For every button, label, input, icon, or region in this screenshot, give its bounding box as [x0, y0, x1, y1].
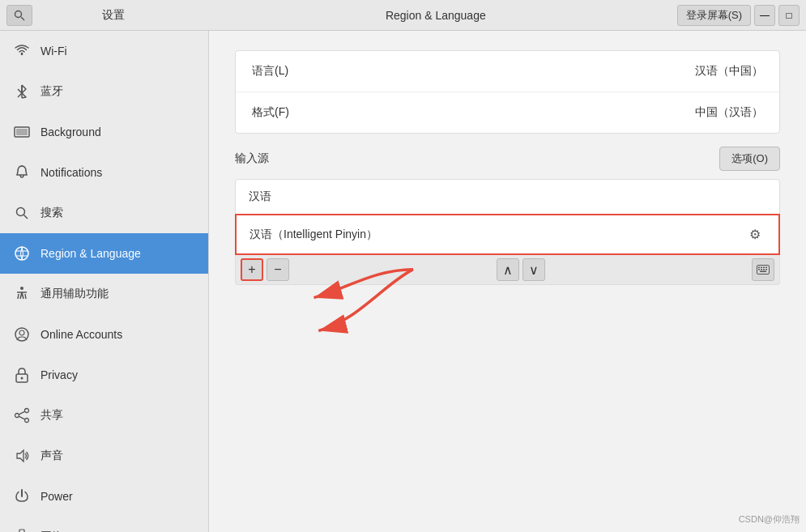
restore-icon: □ — [786, 10, 791, 21]
language-label: 语言(L) — [252, 64, 288, 79]
sidebar-item-bluetooth[interactable]: 蓝牙 — [0, 71, 208, 112]
svg-point-17 — [25, 419, 29, 423]
pinyin-settings-button[interactable]: ⚙ — [744, 225, 765, 244]
svg-point-10 — [20, 287, 23, 290]
sidebar-item-region-language[interactable]: Region & Language — [0, 233, 208, 274]
svg-point-15 — [25, 409, 29, 413]
format-label: 格式(F) — [252, 105, 289, 120]
window-controls: 登录屏幕(S) — □ — [677, 5, 800, 26]
power-icon — [13, 487, 31, 505]
input-sources-toolbar: + − ∧ ∨ — [235, 255, 780, 285]
move-down-button[interactable]: ∨ — [522, 258, 545, 281]
keyboard-button[interactable] — [752, 258, 774, 281]
sidebar-item-background-label: Background — [41, 126, 101, 138]
sidebar-item-sharing[interactable]: 共享 — [0, 395, 208, 436]
svg-rect-30 — [763, 267, 765, 269]
svg-point-14 — [21, 377, 23, 380]
sidebar-item-power-label: Power — [41, 490, 73, 503]
move-up-button[interactable]: ∧ — [497, 258, 519, 281]
svg-rect-28 — [758, 267, 760, 269]
sound-icon — [13, 447, 31, 465]
language-format-card: 语言(L) 汉语（中国） 格式(F) 中国（汉语） — [235, 50, 780, 134]
remove-icon: − — [274, 262, 281, 277]
svg-line-6 — [24, 215, 28, 219]
input-sources-container: 汉语 汉语（Intelligent Pinyin） ⚙ + − — [235, 179, 780, 285]
sidebar-item-sound[interactable]: 声音 — [0, 436, 208, 476]
svg-rect-32 — [758, 269, 760, 270]
svg-rect-3 — [16, 129, 28, 135]
sidebar-item-sharing-label: 共享 — [41, 408, 63, 423]
svg-line-18 — [19, 411, 24, 415]
wifi-icon — [13, 42, 31, 60]
remove-input-source-button[interactable]: − — [267, 258, 289, 281]
svg-rect-29 — [761, 267, 762, 269]
sidebar-item-notifications[interactable]: Notifications — [0, 152, 208, 193]
sidebar-item-sound-label: 声音 — [41, 449, 63, 463]
up-icon: ∧ — [503, 262, 513, 278]
sidebar-item-privacy[interactable]: Privacy — [0, 355, 208, 395]
svg-point-5 — [17, 208, 25, 216]
svg-rect-31 — [765, 267, 767, 269]
input-source-pinyin-label: 汉语（Intelligent Pinyin） — [249, 228, 377, 242]
sidebar-item-notifications-label: Notifications — [41, 166, 102, 179]
input-sources-title: 输入源 — [235, 151, 269, 166]
sidebar-item-power[interactable]: Power — [0, 476, 208, 517]
input-sources-header: 输入源 选项(O) — [235, 147, 780, 171]
watermark: CSDN@仰浩翔 — [739, 513, 800, 526]
restore-button[interactable]: □ — [778, 5, 800, 26]
format-value: 中国（汉语） — [695, 105, 763, 120]
input-source-chinese-label: 汉语 — [249, 189, 271, 204]
svg-point-12 — [19, 330, 24, 335]
input-source-item-chinese[interactable]: 汉语 — [236, 180, 779, 215]
language-value: 汉语（中国） — [695, 64, 763, 79]
keyboard-icon — [757, 265, 770, 275]
window-title: Region & Language — [194, 9, 677, 22]
region-icon — [13, 245, 31, 262]
minimize-button[interactable]: — — [754, 5, 775, 26]
sidebar-item-accessibility[interactable]: 通用辅助功能 — [0, 274, 208, 314]
svg-rect-36 — [760, 271, 766, 273]
sidebar-item-bluetooth-label: 蓝牙 — [41, 84, 63, 99]
main-layout: Wi-Fi 蓝牙 Background — [0, 31, 806, 532]
sidebar: Wi-Fi 蓝牙 Background — [0, 31, 209, 532]
notifications-icon — [13, 164, 31, 181]
svg-rect-35 — [765, 269, 767, 270]
titlebar: 设置 Region & Language 登录屏幕(S) — □ — [0, 0, 806, 31]
online-accounts-icon — [13, 326, 31, 343]
content-wrapper: 语言(L) 汉语（中国） 格式(F) 中国（汉语） 输入源 选项(O) 汉语 — [235, 50, 780, 285]
sharing-icon — [13, 406, 31, 424]
add-input-source-button[interactable]: + — [241, 258, 263, 281]
sidebar-item-online-accounts-label: Online Accounts — [41, 328, 122, 341]
login-screen-button[interactable]: 登录屏幕(S) — [677, 5, 751, 26]
sidebar-item-search-label: 搜索 — [41, 206, 63, 220]
sidebar-item-background[interactable]: Background — [0, 112, 208, 152]
app-name: 设置 — [32, 8, 194, 23]
svg-line-1 — [21, 17, 24, 20]
svg-rect-33 — [761, 269, 762, 270]
down-icon: ∨ — [529, 262, 539, 278]
content-area: 语言(L) 汉语（中国） 格式(F) 中国（汉语） 输入源 选项(O) 汉语 — [209, 31, 806, 532]
background-icon — [13, 123, 31, 141]
sidebar-item-region-label: Region & Language — [41, 247, 141, 260]
format-row: 格式(F) 中国（汉语） — [236, 92, 779, 133]
svg-point-16 — [15, 414, 19, 418]
search-button[interactable] — [6, 5, 32, 26]
add-icon: + — [248, 262, 255, 277]
sidebar-item-privacy-label: Privacy — [41, 368, 78, 381]
sidebar-item-wifi-label: Wi-Fi — [41, 45, 67, 57]
sidebar-item-online-accounts[interactable]: Online Accounts — [0, 314, 208, 355]
svg-rect-34 — [763, 269, 765, 270]
accessibility-icon — [13, 285, 31, 303]
options-button[interactable]: 选项(O) — [719, 147, 780, 171]
input-sources-list: 汉语 汉语（Intelligent Pinyin） ⚙ — [235, 179, 780, 255]
input-source-item-pinyin[interactable]: 汉语（Intelligent Pinyin） ⚙ — [235, 214, 780, 255]
sidebar-item-network[interactable]: 网络 — [0, 517, 208, 532]
svg-point-0 — [15, 11, 22, 17]
search-icon — [13, 9, 26, 22]
bluetooth-icon — [13, 83, 31, 100]
language-row: 语言(L) 汉语（中国） — [236, 51, 779, 92]
sidebar-item-search[interactable]: 搜索 — [0, 193, 208, 233]
privacy-icon — [13, 366, 31, 384]
sidebar-item-wifi[interactable]: Wi-Fi — [0, 31, 208, 71]
svg-point-7 — [15, 247, 28, 260]
